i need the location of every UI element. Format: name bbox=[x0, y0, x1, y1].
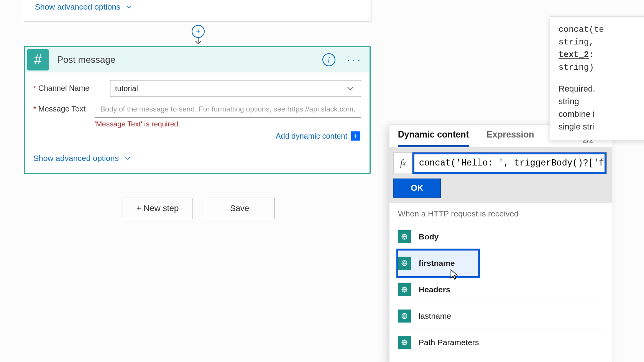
dc-item-path-parameters[interactable]: Path Parameters bbox=[398, 329, 603, 355]
action-title: Post message bbox=[57, 54, 322, 65]
dc-list: Body firstname Headers lastname Path Par… bbox=[389, 224, 612, 362]
slack-hash-icon: # bbox=[27, 49, 49, 70]
ok-row: OK bbox=[389, 179, 612, 203]
save-button[interactable]: Save bbox=[205, 198, 274, 219]
dynamic-content-flyout: ▲ 2/2 Dynamic content Expression fx conc… bbox=[389, 124, 612, 362]
action-buttons: + New step Save bbox=[123, 198, 274, 219]
dc-item-label: firstname bbox=[419, 259, 455, 268]
add-step-button[interactable]: + bbox=[192, 25, 205, 38]
message-input[interactable]: Body of the message to send. For formatt… bbox=[95, 101, 361, 118]
channel-select[interactable]: tutorial bbox=[110, 80, 361, 97]
tab-expression[interactable]: Expression bbox=[486, 129, 534, 147]
show-advanced-link[interactable]: Show advanced options bbox=[33, 154, 361, 163]
show-advanced-label: Show advanced options bbox=[33, 154, 119, 163]
http-trigger-icon bbox=[398, 336, 411, 349]
tooltip-desc-line: Required. bbox=[559, 82, 644, 95]
message-placeholder: Body of the message to send. For formatt… bbox=[100, 105, 355, 113]
tooltip-desc-line: string bbox=[559, 95, 644, 108]
expression-tooltip: concat(te string, text_2: string) Requir… bbox=[550, 16, 644, 140]
previous-action-card: Show advanced options bbox=[24, 0, 371, 22]
info-icon[interactable]: i bbox=[322, 53, 335, 66]
http-trigger-icon bbox=[398, 283, 411, 296]
action-card-post-message: # Post message i ··· *Channel Name tutor… bbox=[24, 46, 371, 174]
expression-input[interactable]: concat('Hello: ', triggerBody()?['firstn… bbox=[412, 152, 606, 174]
chevron-down-icon bbox=[126, 3, 133, 10]
show-advanced-label: Show advanced options bbox=[35, 2, 120, 11]
tooltip-desc-line: single stri bbox=[559, 120, 644, 133]
dc-item-body[interactable]: Body bbox=[398, 224, 603, 250]
tab-dynamic-content[interactable]: Dynamic content bbox=[398, 129, 469, 147]
new-step-button[interactable]: + New step bbox=[123, 198, 192, 219]
channel-value: tutorial bbox=[115, 84, 138, 93]
message-error: 'Message Text' is required. bbox=[95, 120, 361, 128]
add-dynamic-content-label: Add dynamic content bbox=[276, 132, 347, 141]
arrow-down-icon bbox=[194, 38, 203, 46]
plus-icon: + bbox=[351, 131, 360, 141]
dc-item-lastname[interactable]: lastname bbox=[398, 303, 603, 329]
message-row: *Message Text Body of the message to sen… bbox=[33, 101, 361, 145]
channel-label: *Channel Name bbox=[33, 80, 110, 93]
dc-item-label: Path Parameters bbox=[419, 338, 479, 347]
more-options-button[interactable]: ··· bbox=[347, 54, 363, 66]
channel-row: *Channel Name tutorial bbox=[33, 80, 361, 97]
dc-section-title: When a HTTP request is received bbox=[389, 203, 612, 224]
required-asterisk: * bbox=[33, 105, 36, 113]
ok-button[interactable]: OK bbox=[393, 179, 441, 198]
chevron-down-icon bbox=[346, 84, 355, 93]
dc-item-label: Headers bbox=[419, 285, 450, 294]
dc-item-label: Body bbox=[419, 232, 439, 241]
dc-item-firstname[interactable]: firstname bbox=[398, 250, 478, 277]
dc-item-label: lastname bbox=[419, 311, 451, 321]
http-trigger-icon bbox=[398, 230, 411, 243]
chevron-down-icon bbox=[124, 155, 131, 162]
tooltip-desc-line: combine i bbox=[559, 108, 644, 120]
message-label: *Message Text bbox=[33, 101, 95, 113]
http-trigger-icon bbox=[398, 310, 411, 323]
http-trigger-icon bbox=[398, 257, 411, 270]
add-dynamic-content-link[interactable]: Add dynamic content + bbox=[95, 131, 360, 141]
dc-item-headers[interactable]: Headers bbox=[398, 277, 603, 303]
required-asterisk: * bbox=[33, 85, 36, 92]
action-form: *Channel Name tutorial *Message Text Bod… bbox=[25, 72, 370, 173]
fx-icon: fx bbox=[393, 152, 412, 174]
tooltip-signature: concat(te string, text_2: string) bbox=[559, 23, 644, 74]
connector: + bbox=[191, 21, 206, 46]
show-advanced-link[interactable]: Show advanced options bbox=[35, 2, 133, 11]
expression-row: fx concat('Hello: ', triggerBody()?['fir… bbox=[389, 147, 612, 179]
action-header[interactable]: # Post message i ··· bbox=[25, 47, 370, 72]
